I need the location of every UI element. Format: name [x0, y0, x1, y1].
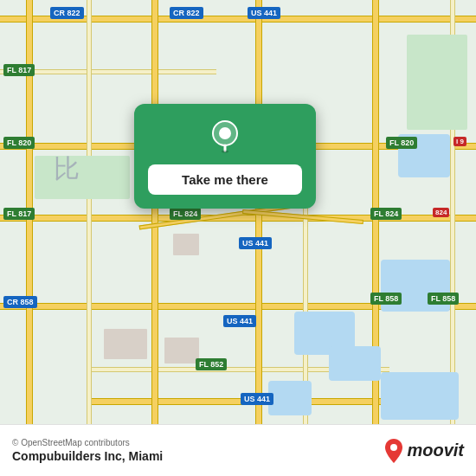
shield-us441-bl: US 441 — [223, 315, 256, 327]
bottom-left: © OpenStreetMap contributors Compubuilde… — [12, 438, 163, 463]
svg-point-3 — [390, 444, 397, 451]
shield-cr822-tr: CR 822 — [170, 7, 203, 19]
water-4 — [329, 346, 381, 381]
bottom-bar: © OpenStreetMap contributors Compubuilde… — [0, 424, 476, 476]
shield-us441-bot: US 441 — [241, 393, 273, 405]
location-name: Compubuilders Inc, Miami — [12, 449, 163, 463]
building-1 — [173, 234, 199, 255]
moovit-pin-icon — [384, 439, 403, 463]
shield-fl817-b: FL 817 — [3, 208, 35, 220]
shield-cr858-l: CR 858 — [3, 296, 37, 308]
attribution-text: © OpenStreetMap contributors — [12, 438, 163, 447]
shield-fl817-l: FL 817 — [3, 64, 35, 76]
building-3 — [164, 338, 199, 363]
shield-i9: I 9 — [453, 137, 466, 146]
moovit-logo: moovit — [384, 439, 464, 463]
shield-fl852: FL 852 — [196, 358, 227, 370]
location-pin-icon — [206, 118, 244, 156]
popup-card: Take me there — [134, 104, 316, 209]
park-2 — [35, 156, 130, 199]
shield-fl824-c: FL 824 — [170, 208, 201, 220]
shield-us441-top: US 441 — [248, 7, 280, 19]
shield-824: 824 — [433, 208, 449, 217]
building-2 — [104, 329, 147, 359]
shield-fl820-l: FL 820 — [3, 137, 35, 149]
shield-cr822-tl: CR 822 — [50, 7, 84, 19]
shield-fl858-r2: FL 858 — [428, 293, 459, 305]
shield-us441-m: US 441 — [239, 237, 272, 249]
road-fl852-2 — [87, 398, 389, 405]
shield-fl820-r: FL 820 — [386, 137, 417, 149]
road-v2 — [151, 0, 158, 424]
water-5 — [381, 372, 459, 420]
shield-fl858-r: FL 858 — [370, 293, 402, 305]
take-me-there-button[interactable]: Take me there — [148, 164, 302, 195]
park-1 — [407, 35, 467, 130]
water-6 — [268, 381, 312, 415]
road-v5 — [87, 0, 92, 424]
svg-point-2 — [222, 151, 228, 153]
map-container: 比 CR 822 CR 822 US 441 FL 817 FL 820 FL … — [0, 0, 476, 424]
map-symbol: 比 — [54, 151, 80, 187]
moovit-label: moovit — [407, 441, 464, 460]
shield-fl824-r: FL 824 — [370, 208, 402, 220]
svg-point-1 — [219, 127, 231, 139]
